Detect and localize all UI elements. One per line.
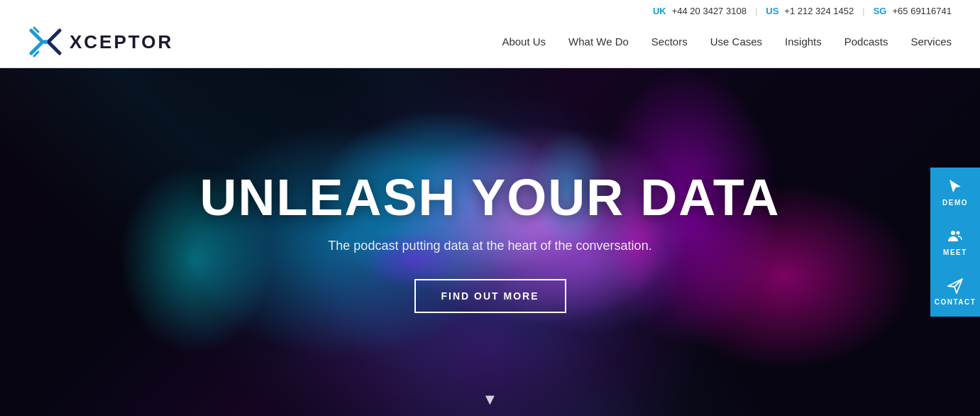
svg-point-1 [951,231,955,235]
hero-title: UNLEASH YOUR DATA [199,171,780,225]
nav-item-insights[interactable]: Insights [785,35,822,48]
nav-item-services[interactable]: Services [910,35,952,48]
nav-link-about-us[interactable]: About Us [502,35,546,48]
sg-phone: +65 69116741 [892,6,952,16]
nav-item-sectors[interactable]: Sectors [651,35,688,48]
nav-item-podcasts[interactable]: Podcasts [844,35,888,48]
cursor-icon [947,178,964,195]
demo-label: DEMO [942,199,968,207]
sidebar-buttons: DEMO MEET CONTACT [930,168,980,317]
meet-label: MEET [943,248,967,256]
hero-subtitle: The podcast putting data at the heart of… [199,239,780,253]
meet-button[interactable]: MEET [930,217,980,267]
hero-section: UNLEASH YOUR DATA The podcast putting da… [0,68,980,416]
us-label: US [766,6,778,16]
nav-item-about-us[interactable]: About Us [502,35,546,48]
nav-link-podcasts[interactable]: Podcasts [844,35,888,48]
paper-plane-icon [947,278,964,295]
contact-label: CONTACT [935,298,976,306]
nav-item-use-cases[interactable]: Use Cases [710,35,762,48]
demo-button[interactable]: DEMO [930,168,980,217]
header-main: XCEPTOR About Us What We Do Sectors Use … [0,19,980,67]
svg-point-0 [43,40,48,44]
divider-1: | [755,6,757,16]
xceptor-logo-icon [28,25,62,59]
nav-link-use-cases[interactable]: Use Cases [710,35,762,48]
nav-link-services[interactable]: Services [910,35,952,48]
nav-link-sectors[interactable]: Sectors [651,35,688,48]
nav-link-insights[interactable]: Insights [785,35,822,48]
divider-2: | [862,6,864,16]
us-phone: +1 212 324 1452 [784,6,854,16]
contact-button[interactable]: CONTACT [930,267,980,317]
nav-list: About Us What We Do Sectors Use Cases In… [502,35,952,48]
main-nav: About Us What We Do Sectors Use Cases In… [502,35,952,48]
logo-link[interactable]: XCEPTOR [28,25,173,59]
hero-chevron-icon: ▼ [483,390,498,409]
uk-label: UK [653,6,666,16]
people-icon [947,228,964,245]
uk-phone: +44 20 3427 3108 [672,6,747,16]
nav-item-what-we-do[interactable]: What We Do [568,35,629,48]
hero-cta-button[interactable]: FIND OUT MORE [414,279,566,313]
header-contact-bar: UK +44 20 3427 3108 | US +1 212 324 1452… [0,0,980,19]
sg-label: SG [874,6,887,16]
header: UK +44 20 3427 3108 | US +1 212 324 1452… [0,0,980,68]
logo-text: XCEPTOR [70,31,173,53]
svg-point-2 [957,231,960,235]
nav-link-what-we-do[interactable]: What We Do [568,35,629,48]
hero-content: UNLEASH YOUR DATA The podcast putting da… [171,171,808,314]
